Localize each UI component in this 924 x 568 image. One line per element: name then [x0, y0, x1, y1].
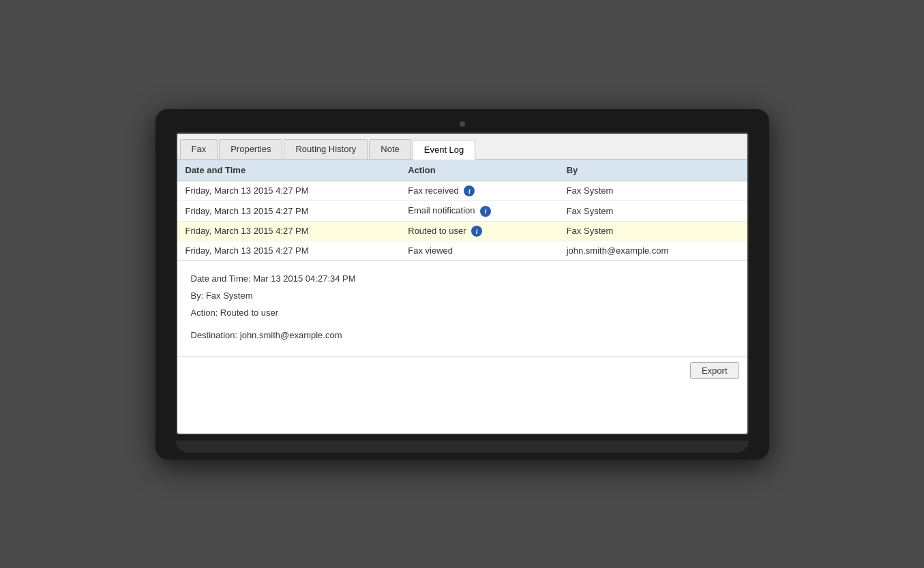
laptop-screen: Fax Properties Routing History Note Even…: [176, 132, 749, 435]
laptop-frame: Fax Properties Routing History Note Even…: [155, 109, 769, 460]
camera: [460, 121, 465, 127]
row3-by: Fax System: [558, 221, 747, 241]
row1-datetime: Friday, March 13 2015 4:27 PM: [177, 181, 400, 201]
row4-by: john.smith@example.com: [558, 241, 747, 260]
info-icon-row3[interactable]: i: [471, 226, 482, 237]
detail-by: By: Fax System: [191, 289, 734, 303]
col-header-datetime: Date and Time: [177, 160, 400, 181]
table-row: Friday, March 13 2015 4:27 PM Routed to …: [177, 221, 747, 241]
tab-event-log[interactable]: Event Log: [413, 140, 476, 160]
app-container: Fax Properties Routing History Note Even…: [177, 134, 747, 434]
row4-action: Fax viewed: [400, 241, 558, 260]
row3-datetime: Friday, March 13 2015 4:27 PM: [177, 221, 400, 241]
event-log-content: Date and Time Action By Friday, March 13…: [177, 160, 747, 261]
detail-action: Action: Routed to user: [191, 306, 734, 320]
table-header-row: Date and Time Action By: [177, 160, 747, 181]
row1-by: Fax System: [558, 181, 747, 201]
tab-fax[interactable]: Fax: [180, 139, 218, 159]
detail-destination: Destination: john.smith@example.com: [191, 329, 734, 343]
table-row: Friday, March 13 2015 4:27 PM Email noti…: [177, 201, 747, 222]
export-button[interactable]: Export: [690, 362, 739, 379]
col-header-by: By: [558, 160, 747, 181]
row1-action: Fax received i: [400, 181, 558, 201]
detail-panel: Date and Time: Mar 13 2015 04:27:34 PM B…: [177, 260, 747, 356]
laptop-base: [176, 440, 749, 453]
row4-datetime: Friday, March 13 2015 4:27 PM: [177, 241, 400, 260]
event-table: Date and Time Action By Friday, March 13…: [177, 160, 747, 261]
row2-action: Email notification i: [400, 201, 558, 222]
info-icon-row1[interactable]: i: [464, 185, 475, 196]
footer: Export: [177, 356, 747, 385]
info-icon-row2[interactable]: i: [480, 206, 491, 217]
table-row: Friday, March 13 2015 4:27 PM Fax receiv…: [177, 181, 747, 201]
detail-datetime: Date and Time: Mar 13 2015 04:27:34 PM: [191, 272, 734, 286]
col-header-action: Action: [400, 160, 558, 181]
tab-note[interactable]: Note: [369, 139, 411, 159]
row2-datetime: Friday, March 13 2015 4:27 PM: [177, 201, 400, 222]
tab-bar: Fax Properties Routing History Note Even…: [177, 134, 747, 160]
tab-properties[interactable]: Properties: [219, 139, 282, 159]
tab-routing-history[interactable]: Routing History: [284, 139, 368, 159]
table-row: Friday, March 13 2015 4:27 PM Fax viewed…: [177, 241, 747, 260]
row3-action: Routed to user i: [400, 221, 558, 241]
row2-by: Fax System: [558, 201, 747, 222]
